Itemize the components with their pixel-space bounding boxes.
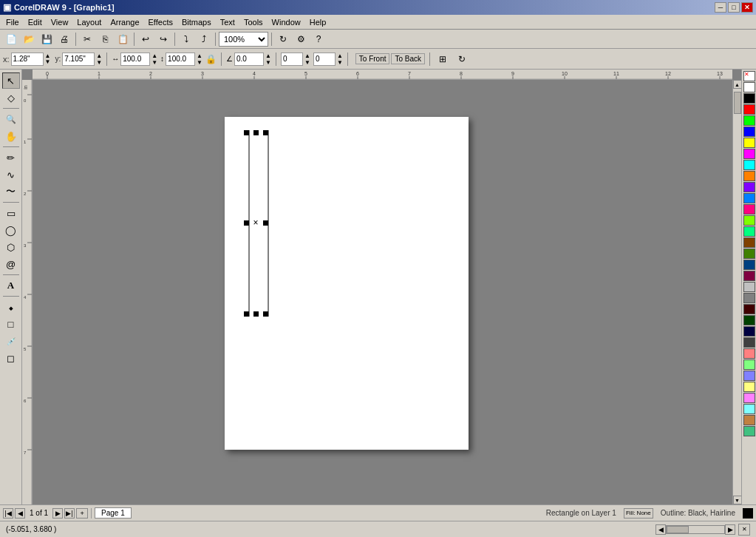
menu-arrange[interactable]: Arrange bbox=[106, 16, 143, 28]
color-ltmint[interactable] bbox=[743, 359, 755, 370]
align-button[interactable]: ⊞ bbox=[435, 51, 451, 67]
eyedropper-tool-btn[interactable]: 💉 bbox=[2, 333, 20, 349]
cut-button[interactable]: ✂ bbox=[79, 31, 95, 47]
new-button[interactable]: 📄 bbox=[3, 31, 19, 47]
menu-tools[interactable]: Tools bbox=[239, 16, 268, 28]
color-cyan[interactable] bbox=[743, 160, 755, 170]
help-btn[interactable]: ? bbox=[310, 31, 327, 47]
spiral-tool-btn[interactable]: @ bbox=[2, 256, 20, 272]
scroll-corner[interactable]: ✕ bbox=[738, 524, 750, 536]
save-button[interactable]: 💾 bbox=[38, 31, 55, 47]
zoom-select[interactable]: 100% 50% 200% Fit Page bbox=[219, 32, 268, 47]
refresh-button[interactable]: ↻ bbox=[275, 31, 291, 47]
menu-bitmaps[interactable]: Bitmaps bbox=[177, 16, 216, 28]
angle-down-btn[interactable]: ▼ bbox=[265, 59, 271, 66]
to-back-button[interactable]: To Back bbox=[391, 53, 425, 64]
color-mint[interactable] bbox=[743, 226, 755, 237]
scroll-thumb-v[interactable] bbox=[734, 92, 741, 114]
export-button[interactable]: ⤴ bbox=[196, 31, 212, 47]
polygon-tool-btn[interactable]: ⬡ bbox=[2, 239, 20, 255]
x-input[interactable]: 1.28" bbox=[11, 53, 44, 66]
bezier-tool-btn[interactable]: ∿ bbox=[2, 166, 20, 183]
ellipse-tool-btn[interactable]: ◯ bbox=[2, 222, 20, 238]
color-teal[interactable] bbox=[743, 426, 755, 436]
outline-tool-btn[interactable]: □ bbox=[2, 316, 20, 332]
color-ltmagenta[interactable] bbox=[743, 393, 755, 403]
zoom-tool-btn[interactable]: 🔍 bbox=[2, 111, 20, 127]
color-darkgreen[interactable] bbox=[743, 315, 755, 325]
color-darkred[interactable] bbox=[743, 304, 755, 314]
scroll-thumb-h[interactable] bbox=[667, 526, 689, 533]
fill-tool-btn[interactable]: ⬥ bbox=[2, 299, 20, 315]
selected-rectangle[interactable]: × bbox=[243, 130, 274, 317]
menu-text[interactable]: Text bbox=[216, 16, 239, 28]
close-button[interactable]: ✕ bbox=[741, 2, 753, 13]
copy-button[interactable]: ⎘ bbox=[97, 31, 113, 47]
maximize-button[interactable]: □ bbox=[728, 2, 740, 13]
menu-window[interactable]: Window bbox=[268, 16, 305, 28]
color-maroon[interactable] bbox=[743, 271, 755, 281]
h-up-btn[interactable]: ▲ bbox=[197, 53, 202, 59]
angle-input[interactable] bbox=[234, 53, 264, 66]
w-up-btn[interactable]: ▲ bbox=[151, 53, 157, 59]
menu-effects[interactable]: Effects bbox=[144, 16, 177, 28]
color-ltyellow[interactable] bbox=[743, 382, 755, 392]
menu-help[interactable]: Help bbox=[305, 16, 331, 28]
width-input[interactable] bbox=[120, 53, 150, 66]
rectangle-tool-btn[interactable]: ▭ bbox=[2, 205, 20, 221]
color-silver[interactable] bbox=[743, 282, 755, 292]
first-page-btn[interactable]: |◀ bbox=[3, 508, 13, 519]
y-up-btn[interactable]: ▲ bbox=[96, 53, 102, 59]
lock-ratio-icon[interactable]: 🔒 bbox=[205, 54, 217, 64]
color-pink[interactable] bbox=[743, 204, 755, 215]
menu-layout[interactable]: Layout bbox=[72, 16, 106, 28]
color-purple[interactable] bbox=[743, 182, 755, 192]
redo-button[interactable]: ↪ bbox=[155, 31, 171, 47]
color-darkgray[interactable] bbox=[743, 337, 755, 348]
color-blue[interactable] bbox=[743, 126, 755, 137]
y-input[interactable] bbox=[62, 53, 95, 66]
x-down-btn[interactable]: ▼ bbox=[45, 59, 51, 65]
color-yellow[interactable] bbox=[743, 138, 755, 148]
color-navy[interactable] bbox=[743, 260, 755, 270]
vm-down-btn[interactable]: ▼ bbox=[337, 59, 343, 66]
menu-file[interactable]: File bbox=[1, 16, 24, 28]
scroll-down-btn[interactable]: ▼ bbox=[733, 496, 742, 504]
prev-page-btn[interactable]: ◀ bbox=[15, 508, 25, 519]
open-button[interactable]: 📂 bbox=[21, 31, 37, 47]
y-down-btn[interactable]: ▼ bbox=[96, 59, 102, 66]
vm-up-btn[interactable]: ▲ bbox=[337, 53, 343, 59]
color-darkblue[interactable] bbox=[743, 326, 755, 337]
calligraphy-tool-btn[interactable]: 〜 bbox=[2, 183, 20, 200]
next-page-btn[interactable]: ▶ bbox=[52, 508, 63, 519]
add-page-btn[interactable]: + bbox=[76, 508, 88, 519]
print-button[interactable]: 🖨 bbox=[56, 31, 72, 47]
color-gray[interactable] bbox=[743, 293, 755, 303]
pan-tool-btn[interactable]: ✋ bbox=[2, 128, 20, 144]
menu-view[interactable]: View bbox=[47, 16, 73, 28]
hm-up-btn[interactable]: ▲ bbox=[304, 53, 310, 59]
color-olive[interactable] bbox=[743, 249, 755, 259]
color-ltblue[interactable] bbox=[743, 193, 755, 203]
menu-edit[interactable]: Edit bbox=[24, 16, 47, 28]
minimize-button[interactable]: ─ bbox=[715, 2, 726, 13]
color-periwinkle[interactable] bbox=[743, 371, 755, 381]
color-ltgreen[interactable] bbox=[743, 215, 755, 226]
color-orange[interactable] bbox=[743, 171, 755, 181]
import-button[interactable]: ⤵ bbox=[178, 31, 194, 47]
to-front-button[interactable]: To Front bbox=[355, 53, 390, 64]
color-white[interactable] bbox=[743, 82, 755, 92]
color-red[interactable] bbox=[743, 104, 755, 115]
freehand-tool-btn[interactable]: ✏ bbox=[2, 149, 20, 166]
select-tool-btn[interactable]: ↖ bbox=[2, 72, 20, 89]
page-tab[interactable]: Page 1 bbox=[95, 507, 132, 519]
hmirror-input[interactable] bbox=[281, 53, 303, 66]
color-tan[interactable] bbox=[743, 415, 755, 425]
vmirror-input[interactable] bbox=[313, 53, 336, 66]
text-tool-btn[interactable]: A bbox=[2, 277, 20, 294]
h-down-btn[interactable]: ▼ bbox=[197, 59, 202, 66]
shape-tool-btn[interactable]: ◇ bbox=[2, 90, 20, 106]
color-ltpink[interactable] bbox=[743, 348, 755, 359]
w-down-btn[interactable]: ▼ bbox=[151, 59, 157, 66]
scroll-right-btn[interactable]: ▶ bbox=[725, 524, 735, 535]
